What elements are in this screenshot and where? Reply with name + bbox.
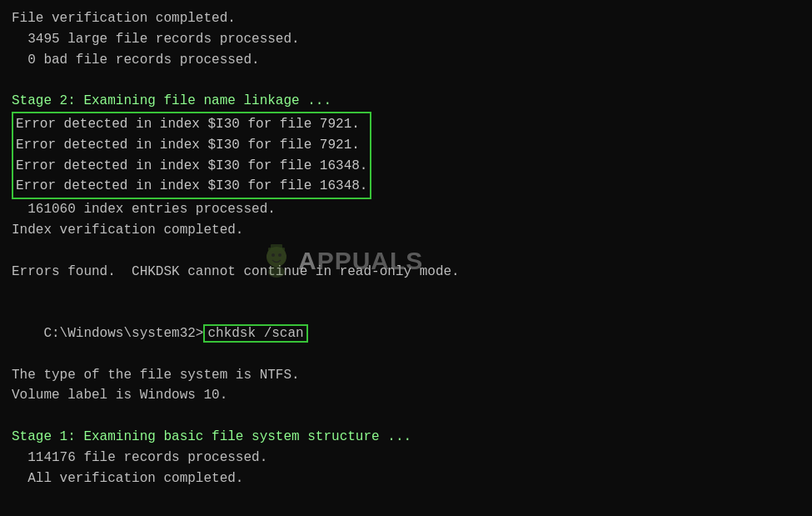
line-error2: Error detected in index $I30 for file 79… [16,135,367,156]
line-ntfs: The type of the file system is NTFS. [12,365,800,386]
line-114176: 114176 file records processed. [12,448,800,468]
line-index-entries: 161060 index entries processed. [12,199,800,220]
terminal-window: File verification completed. 3495 large … [0,0,812,516]
line-all-verification: All verification completed. [12,468,800,489]
svg-point-2 [278,253,281,257]
line-volume: Volume label is Windows 10. [12,385,800,406]
line-error4: Error detected in index $I30 for file 16… [16,176,367,197]
cmd-box[interactable]: chkdsk /scan [203,324,307,343]
watermark-icon [258,242,295,278]
errors-section: Error detected in index $I30 for file 79… [12,112,800,199]
line-error3: Error detected in index $I30 for file 16… [16,156,367,177]
line-error1: Error detected in index $I30 for file 79… [16,114,367,135]
svg-rect-4 [271,244,282,249]
line-blank-3 [12,282,800,303]
line-bad-records: 0 bad file records processed. [12,50,800,71]
watermark: APPUALS [258,242,423,278]
line-blank-4 [12,406,800,427]
line-stage1: Stage 1: Examining basic file system str… [12,427,800,448]
watermark-text: APPUALS [298,245,423,276]
line-file-verification: File verification completed. [12,8,800,29]
line-blank-1 [12,70,800,91]
svg-point-1 [271,253,275,257]
line-index-verification: Index verification completed. [12,220,800,241]
prompt-text: C:\Windows\system32> [43,326,203,341]
line-large-records: 3495 large file records processed. [12,29,800,50]
line-stage2: Stage 2: Examining file name linkage ... [12,91,800,112]
line-prompt: C:\Windows\system32>chkdsk /scan [12,303,800,364]
svg-point-5 [268,266,285,278]
